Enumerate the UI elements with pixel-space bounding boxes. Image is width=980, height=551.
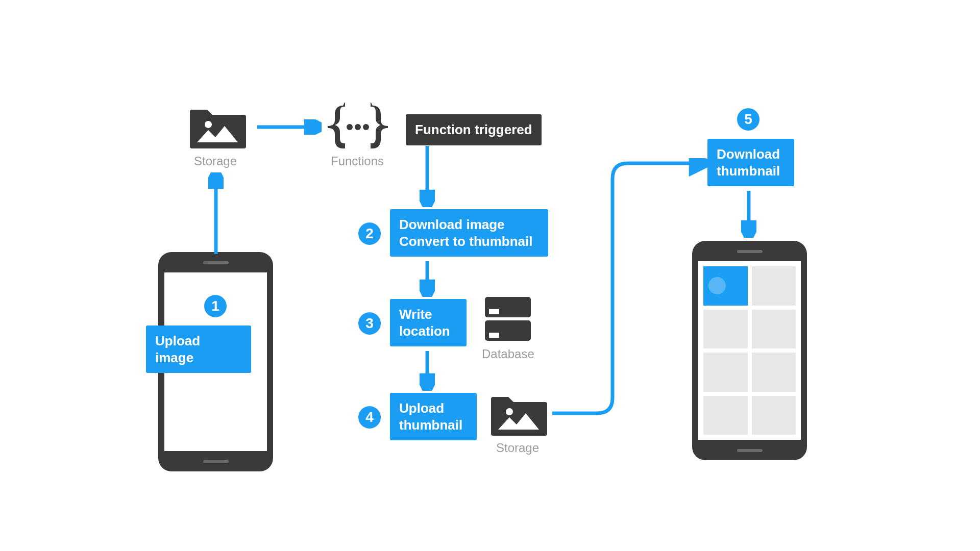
step-box-4: Upload thumbnail [390,393,477,440]
step-box-3: Write location [390,299,467,346]
storage-label-1: Storage [194,154,237,168]
database-icon [483,294,533,344]
svg-rect-11 [489,333,499,338]
phone-destination [692,241,807,460]
step-box-2: Download image Convert to thumbnail [390,209,548,257]
step-text-2: Download image Convert to thumbnail [399,217,532,249]
trigger-text: Function triggered [415,122,532,137]
arrow-5-phone [741,189,756,238]
svg-point-0 [205,121,212,128]
step-box-1: Upload image [146,325,251,373]
thumbnail-cell [752,266,796,306]
svg-rect-9 [489,309,499,314]
step-badge-4: 4 [358,406,381,429]
storage-folder-icon [190,103,246,151]
step-number-5: 5 [744,111,752,128]
step-number-4: 4 [365,409,374,425]
step-box-5: Download thumbnail [707,139,794,186]
functions-label: Functions [331,154,384,168]
svg-point-4 [355,124,361,130]
svg-point-5 [363,124,369,130]
svg-point-3 [347,124,353,130]
step-badge-5: 5 [737,108,760,131]
diagram-stage: 1 Upload image Storage Func [112,63,868,488]
step-text-4: Upload thumbnail [399,400,462,433]
thumbnail-cell [703,396,748,435]
step-number-3: 3 [365,315,374,332]
thumbnail-grid [703,266,796,435]
step-badge-2: 2 [358,222,381,245]
arrow-storage-to-functions [255,119,322,135]
step-badge-3: 3 [358,312,381,335]
step-text-5: Download thumbnail [717,146,780,179]
database-label: Database [482,347,534,361]
arrow-storage-to-phone2 [546,158,709,423]
thumbnail-cell [752,396,796,435]
arrow-trigger-down [420,144,435,207]
functions-icon [325,103,391,151]
step-number-2: 2 [365,226,374,242]
thumbnail-cell-new [703,266,748,306]
thumbnail-cell [752,353,796,392]
arrow-3-4 [420,349,435,391]
step-badge-1: 1 [204,295,227,317]
step-text-3: Write location [399,307,450,339]
step-text-1: Upload image [155,333,200,365]
thumbnail-cell [703,353,748,392]
storage-folder-icon-2 [491,390,547,438]
step-number-1: 1 [211,298,219,314]
arrow-phone-to-storage [208,172,224,256]
arrow-2-3 [420,259,435,297]
storage-label-2: Storage [496,441,539,455]
thumbnail-cell [752,310,796,349]
trigger-box: Function triggered [406,114,542,145]
svg-point-13 [506,408,513,415]
thumbnail-cell [703,310,748,349]
